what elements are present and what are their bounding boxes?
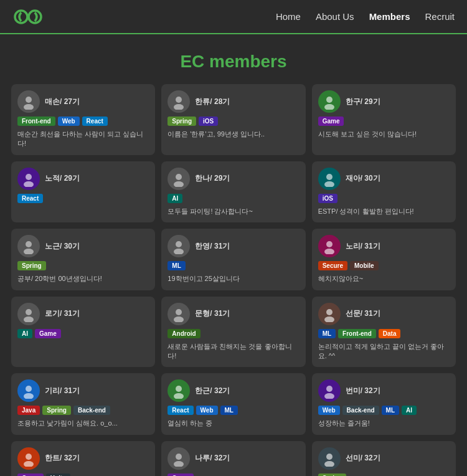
- avatar: [167, 168, 190, 190]
- member-card: 노리/ 31기SecureMobile헤치지않아요~: [312, 229, 456, 290]
- svg-point-14: [26, 241, 32, 247]
- navbar: Home About Us Members Recruit: [0, 0, 467, 34]
- member-card: 노근/ 30기Spring공부/ 20학번 00년생입니다!: [11, 229, 155, 290]
- member-tags: iOS: [318, 194, 448, 203]
- avatar: [17, 303, 40, 325]
- svg-point-22: [176, 309, 182, 315]
- tag: Back-end: [342, 406, 379, 415]
- nav-about[interactable]: About Us: [316, 11, 354, 22]
- member-card: 재아/ 30기iOSESTP/ 성격이 활발한 편입니다!: [312, 161, 456, 222]
- avatar: [17, 168, 40, 190]
- card-header: 나루/ 32기: [167, 447, 298, 470]
- tag: Android: [167, 329, 200, 338]
- avatar: [17, 379, 40, 402]
- svg-point-32: [26, 454, 32, 460]
- nav-home[interactable]: Home: [276, 11, 301, 22]
- svg-point-12: [326, 174, 333, 180]
- svg-point-7: [324, 104, 334, 110]
- card-header: 노근/ 30기: [17, 235, 148, 257]
- svg-point-25: [324, 317, 334, 322]
- member-name: 노적/ 29기: [45, 173, 80, 184]
- tag: React: [167, 406, 193, 415]
- tag: ML: [167, 261, 185, 270]
- svg-point-35: [174, 461, 184, 467]
- member-tags: ReactWebML: [167, 406, 298, 415]
- member-desc: 열심히 하는 중: [167, 419, 298, 428]
- member-name: 번미/ 32기: [346, 386, 380, 396]
- svg-point-24: [326, 309, 333, 315]
- avatar: [167, 90, 190, 113]
- svg-point-37: [324, 461, 334, 467]
- tag: Unity: [46, 474, 70, 476]
- nav-members[interactable]: Members: [369, 11, 410, 22]
- nav-recruit[interactable]: Recruit: [425, 11, 455, 22]
- tag: Front-end: [17, 117, 55, 126]
- member-card: 기리/ 31기JavaSpringBack-end조용하고 낯가림이 심해요. …: [11, 373, 155, 434]
- avatar: [167, 235, 190, 257]
- member-tags: Android: [167, 329, 298, 338]
- card-header: 노리/ 31기: [318, 235, 448, 257]
- svg-point-3: [24, 104, 34, 110]
- member-desc: 새로운 사람들과 친해지는 것을 좋아합니다!: [167, 342, 298, 361]
- svg-point-10: [176, 174, 182, 180]
- tag: Spring: [17, 261, 46, 270]
- avatar: [167, 303, 190, 325]
- member-card: 문형/ 31기Android새로운 사람들과 친해지는 것을 좋아합니다!: [161, 297, 305, 368]
- member-tags: ML: [167, 261, 298, 270]
- member-name: 재아/ 30기: [346, 173, 380, 184]
- member-card: 한구/ 29기Game시도해 보고 싶은 것이 많습니다!: [312, 84, 456, 155]
- logo[interactable]: [12, 6, 44, 28]
- card-header: 기리/ 31기: [17, 379, 148, 402]
- tag: Spring: [42, 406, 71, 415]
- member-desc: 헤치지않아요~: [318, 274, 448, 283]
- avatar: [17, 90, 40, 113]
- tag: Secure: [318, 261, 347, 270]
- member-name: 나루/ 32기: [195, 453, 230, 464]
- svg-point-19: [324, 249, 334, 254]
- member-card: 선문/ 31기MLFront-endData논리적이고 적게 일하고 끝이 없는…: [312, 297, 456, 368]
- member-card: 한류/ 28기SpringiOS이름은 '한류'고, 99년생 입니다..: [161, 84, 305, 155]
- member-desc: 모두들 파이팅! 감사합니다~: [167, 207, 298, 216]
- tag: Game: [35, 329, 61, 338]
- member-card: 나루/ 32기Game웬만하면 금방 친해지는 스타일입니다!: [161, 441, 305, 476]
- tag: iOS: [199, 117, 218, 126]
- avatar: [17, 447, 40, 470]
- card-header: 로기/ 31기: [17, 303, 148, 325]
- svg-point-30: [326, 386, 333, 392]
- svg-point-6: [326, 97, 333, 103]
- avatar: [318, 235, 341, 257]
- member-card: 한트/ 32기GameUnity웅글웅글한 성격이에요!: [11, 441, 155, 476]
- tag: iOS: [318, 194, 337, 203]
- tag: ML: [382, 406, 399, 415]
- member-card: 한영/ 31기ML19학번이고 25살입니다: [161, 229, 305, 290]
- member-card: 매손/ 27기Front-endWebReact매순간 최선을 다하는 사람이 …: [11, 84, 155, 155]
- member-tags: Spring: [318, 474, 448, 476]
- tag: Spring: [167, 117, 196, 126]
- svg-point-5: [174, 104, 184, 110]
- card-header: 선문/ 31기: [318, 303, 448, 325]
- member-name: 매손/ 27기: [45, 97, 80, 107]
- tag: ML: [318, 329, 336, 338]
- tag: AI: [167, 194, 182, 203]
- member-card: 노적/ 29기React: [11, 161, 155, 222]
- card-header: 한영/ 31기: [167, 235, 298, 257]
- tag: AI: [402, 406, 417, 415]
- svg-point-23: [174, 317, 184, 322]
- card-header: 한나/ 29기: [167, 168, 298, 190]
- tag: Spring: [318, 474, 347, 476]
- tag: Web: [58, 117, 80, 126]
- member-desc: 이름은 '한류'고, 99년생 입니다..: [167, 130, 298, 139]
- svg-point-29: [174, 393, 184, 399]
- svg-point-31: [324, 393, 334, 399]
- svg-point-15: [24, 249, 34, 254]
- card-header: 매손/ 27기: [17, 90, 148, 113]
- member-name: 로기/ 31기: [45, 308, 80, 319]
- member-name: 한나/ 29기: [195, 173, 230, 184]
- nav-links: Home About Us Members Recruit: [276, 11, 455, 22]
- tag: Game: [167, 474, 194, 476]
- member-tags: JavaSpringBack-end: [17, 406, 148, 415]
- card-header: 노적/ 29기: [17, 168, 148, 190]
- avatar: [167, 447, 190, 470]
- member-tags: GameUnity: [17, 474, 148, 476]
- tag: React: [82, 117, 108, 126]
